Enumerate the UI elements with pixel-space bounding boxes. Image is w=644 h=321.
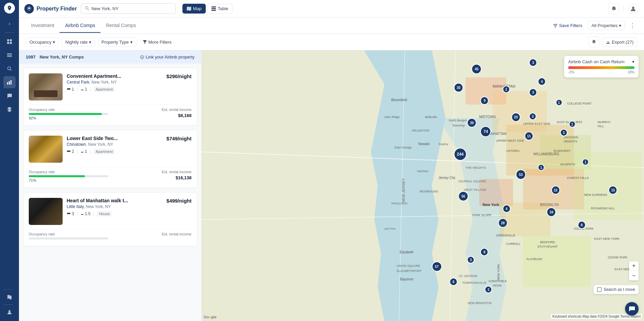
property-card-2[interactable]: Lower East Side Two... $749/night Chinat… bbox=[23, 130, 197, 188]
property-card-3[interactable]: Heart of Manhattan walk t... $499/night … bbox=[23, 192, 197, 246]
header: Property Finder Map bbox=[19, 0, 644, 18]
baths-detail-1: 1 bbox=[81, 87, 87, 92]
more-options-button[interactable]: ⋮ bbox=[628, 21, 637, 30]
svg-text:Newark: Newark bbox=[418, 142, 430, 146]
property-card[interactable]: Convenient Apartment... $290/night Centr… bbox=[23, 68, 197, 126]
map-cluster-c22[interactable]: 4 bbox=[503, 205, 511, 213]
occupancy-value-2: 71% bbox=[29, 178, 108, 182]
sidebar-icon-search[interactable] bbox=[3, 63, 16, 75]
occupancy-label-1: Occupancy rate bbox=[29, 108, 108, 112]
map-cluster-c15[interactable]: 1 bbox=[569, 121, 576, 128]
map-cluster-c14[interactable]: 3 bbox=[560, 129, 568, 136]
property-type-filter-button[interactable]: Property Type ▾ bbox=[98, 38, 136, 47]
nightly-rate-filter-button[interactable]: Nightly rate ▾ bbox=[62, 38, 95, 47]
more-filters-button[interactable]: More Filters bbox=[139, 38, 175, 46]
property-type-badge-1: Apartment bbox=[94, 87, 115, 92]
income-label-3: Est. rental income bbox=[112, 232, 192, 236]
all-properties-button[interactable]: All Properties ▾ bbox=[588, 21, 625, 30]
map-cluster-c5[interactable]: 2 bbox=[503, 86, 510, 93]
search-box[interactable] bbox=[81, 3, 176, 14]
sidebar-icon-user[interactable] bbox=[3, 306, 16, 318]
property-price-1: $290/night bbox=[166, 73, 192, 79]
map-cluster-c18[interactable]: 56 bbox=[458, 191, 468, 201]
sidebar-icon-book[interactable] bbox=[3, 291, 16, 303]
occupancy-bar-container-3 bbox=[29, 237, 108, 239]
chat-button[interactable] bbox=[625, 302, 639, 316]
map-cluster-c29[interactable]: 6 bbox=[449, 278, 458, 286]
sidebar-logo[interactable] bbox=[4, 3, 15, 14]
link-airbnb-button[interactable]: Link your Airbnb property bbox=[140, 54, 195, 60]
save-filters-button[interactable]: Save Filters bbox=[550, 22, 585, 29]
svg-point-14 bbox=[8, 310, 10, 312]
occupancy-filter-button[interactable]: Occupancy ▾ bbox=[26, 38, 59, 47]
svg-text:HOOK: HOOK bbox=[493, 284, 502, 287]
map-view-button[interactable]: Map bbox=[182, 4, 206, 14]
sidebar-icon-list[interactable] bbox=[3, 49, 16, 61]
map-cluster-c31[interactable]: 1 bbox=[582, 159, 589, 165]
tabs-right: Save Filters All Properties ▾ ⋮ bbox=[550, 21, 637, 30]
map-area[interactable]: MANHATTAN MIDTOWN MANHATTAN WILLIAMSBURG… bbox=[202, 50, 644, 321]
map-cluster-c3[interactable]: 30 bbox=[454, 83, 463, 92]
occupancy-bar-container-2 bbox=[29, 175, 108, 177]
location-link-2[interactable]: Chinatown bbox=[67, 142, 86, 147]
property-image-3 bbox=[29, 198, 63, 225]
beds-count-1: 1 bbox=[72, 87, 74, 92]
map-cluster-c20[interactable]: 15 bbox=[551, 186, 560, 194]
location-link-3[interactable]: Little Italy bbox=[67, 204, 84, 209]
logo-icon bbox=[24, 4, 34, 14]
filter-notification-button[interactable] bbox=[589, 37, 599, 47]
svg-text:Glen Ridge: Glen Ridge bbox=[384, 115, 400, 119]
legend-title-text: Airbnb Cash on Cash Return bbox=[568, 59, 624, 64]
search-input[interactable] bbox=[91, 6, 172, 11]
map-cluster-c24[interactable]: 28 bbox=[498, 218, 508, 228]
location-link-1[interactable]: Central Park bbox=[67, 80, 89, 85]
card-details-1: 1 | 1 | Apartment bbox=[67, 87, 192, 92]
map-cluster-c13[interactable]: 11 bbox=[525, 132, 533, 140]
map-cluster-c28[interactable]: 57 bbox=[432, 261, 442, 272]
svg-point-16 bbox=[85, 6, 88, 9]
search-icon bbox=[85, 6, 89, 12]
svg-text:MURRAY: MURRAY bbox=[598, 120, 610, 124]
legend-max: 18% bbox=[628, 70, 635, 74]
tab-rental[interactable]: Rental Comps bbox=[101, 19, 141, 33]
sidebar-icon-chat[interactable] bbox=[3, 90, 16, 102]
map-cluster-c16[interactable]: 244 bbox=[454, 148, 467, 161]
zoom-out-button[interactable]: − bbox=[629, 271, 639, 280]
notification-button[interactable] bbox=[608, 3, 619, 14]
sidebar-icon-grid[interactable] bbox=[3, 36, 16, 48]
map-cluster-c25[interactable]: 8 bbox=[578, 221, 586, 229]
occupancy-filter-label: Occupancy bbox=[29, 40, 51, 45]
map-cluster-c10[interactable]: 39 bbox=[467, 118, 476, 128]
svg-text:UPPER WEST SIDE: UPPER WEST SIDE bbox=[496, 139, 524, 142]
svg-text:ASTORIA: ASTORIA bbox=[506, 149, 519, 153]
map-cluster-c2[interactable]: 3 bbox=[529, 59, 537, 67]
occupancy-stat-2: Occupancy rate 71% bbox=[29, 170, 108, 182]
filter-bar: Occupancy ▾ Nightly rate ▾ Property Type… bbox=[19, 34, 644, 50]
map-cluster-c7[interactable]: 3 bbox=[529, 88, 537, 96]
svg-text:COLLEGE POINT: COLLEGE POINT bbox=[567, 102, 592, 105]
map-cluster-c8[interactable]: 3 bbox=[529, 113, 536, 120]
sidebar-icon-chart[interactable] bbox=[3, 76, 16, 88]
search-as-move-checkbox[interactable] bbox=[597, 287, 602, 292]
tab-airbnb[interactable]: Airbnb Comps bbox=[60, 19, 101, 33]
legend-gradient bbox=[568, 66, 635, 69]
tab-investment[interactable]: Investment bbox=[26, 19, 60, 33]
svg-text:CARROLL: CARROLL bbox=[506, 242, 521, 246]
user-avatar[interactable] bbox=[628, 3, 639, 14]
occupancy-stat-3: Occupancy rate bbox=[29, 232, 108, 240]
property-image-2 bbox=[29, 136, 63, 163]
zoom-in-button[interactable]: + bbox=[629, 261, 639, 271]
sidebar-icon-arrow[interactable]: › bbox=[3, 18, 16, 30]
baths-detail-2: 1 bbox=[81, 149, 87, 154]
search-as-move-control[interactable]: Search as I move bbox=[594, 285, 639, 294]
map-cluster-c17[interactable]: 53 bbox=[516, 169, 526, 180]
occupancy-label-2: Occupancy rate bbox=[29, 170, 108, 174]
export-button[interactable]: Export (27) bbox=[602, 38, 637, 47]
map-cluster-c9[interactable]: 1 bbox=[556, 99, 562, 106]
sidebar-icon-layers[interactable] bbox=[3, 103, 16, 115]
left-panel: 1097 New York, NY Comps Link your Airbnb… bbox=[19, 50, 202, 321]
map-cluster-c11[interactable]: 20 bbox=[511, 113, 520, 122]
occupancy-chevron-icon: ▾ bbox=[53, 40, 55, 45]
svg-rect-11 bbox=[7, 82, 8, 85]
table-view-button[interactable]: Table bbox=[207, 4, 232, 14]
